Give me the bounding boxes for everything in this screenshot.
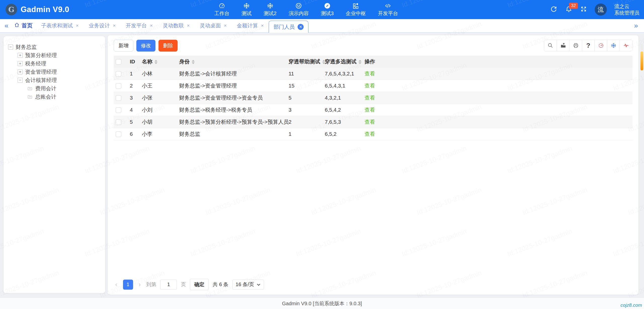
nav-label: 工作台 [214,10,229,17]
nav-label: 企业中枢 [346,10,366,17]
notifications-bell-icon[interactable]: 32 [565,5,573,14]
row-checkbox[interactable] [116,95,121,101]
add-button[interactable]: 新增 [114,40,133,52]
sort-icon [192,60,195,64]
goto-prefix-label: 到第 [146,281,156,288]
tab-label: 灵动桌面 [200,22,221,29]
toolbar: 新增 修改 删除 ? [108,35,638,55]
expand-icon[interactable]: + [18,61,23,66]
scrollbar-thumb[interactable] [640,51,643,70]
tab-home[interactable]: 首页 [14,22,33,29]
tab-label: 金额计算 [237,22,258,29]
print-icon[interactable] [569,40,582,51]
tree-node[interactable]: + 预算分析经理 [18,51,101,59]
cell-multi-test: 7,6,5,3 [323,116,363,128]
notification-badge: 32 [569,3,578,9]
col-name[interactable]: 名称 [140,56,177,68]
tab-close-icon[interactable]: × [76,23,79,28]
col-help-test[interactable]: 穿透帮助测试 [287,56,323,68]
nav-item-test3[interactable]: 测试3 [321,2,334,17]
goto-suffix-label: 页 [181,281,186,288]
tab-close-icon[interactable]: × [113,23,116,28]
tabs-scroll-right-icon[interactable]: » [629,22,642,29]
view-link[interactable]: 查看 [365,119,375,125]
tabs-scroll-left-icon[interactable]: « [0,22,13,29]
tab-close-icon[interactable]: × [150,23,153,28]
row-checkbox[interactable] [116,71,121,77]
refresh-icon[interactable] [550,5,557,14]
nav-item-dev-platform[interactable]: 开发平台 [378,2,398,17]
prev-page-icon[interactable]: ‹ [114,281,119,288]
tree-leaf[interactable]: 费用会计 [27,84,101,93]
tabbar: « 首页 子表求和测试× 业务设计× 开发平台× 灵动数联× 灵动桌面× 金额计… [0,19,644,33]
edit-button[interactable]: 修改 [136,40,155,52]
next-page-icon[interactable]: › [137,281,142,288]
tab-item[interactable]: 灵动桌面× [195,22,232,29]
goto-page-input[interactable] [160,280,177,290]
tree-leaf[interactable]: 总账会计 [27,93,101,101]
cell-name: 小林 [140,68,177,80]
cell-id: 2 [128,80,140,92]
row-checkbox[interactable] [116,83,121,89]
tree-node[interactable]: + 税务经理 [18,59,101,68]
tree-node[interactable]: + 资金管理经理 [18,68,101,76]
snowflake-icon[interactable] [607,40,620,51]
expand-icon[interactable]: + [18,69,23,74]
page-size-select[interactable]: 16 条/页 [232,280,264,290]
cell-multi-test: 6,5,2 [323,128,363,140]
department-table: ID 名称 身份 穿透帮助测试 穿透多选测试 操作 1 小林 财务总监->会计核… [114,56,632,140]
tree-leaf-label: 费用会计 [35,85,56,92]
page-number-button[interactable]: 1 [123,280,133,290]
nav-item-enterprise-hub[interactable]: 企业中枢 [346,2,366,17]
nav-item-workbench[interactable]: 工作台 [214,2,229,17]
view-link[interactable]: 查看 [365,95,375,101]
tab-close-icon[interactable]: ✕ [298,24,304,30]
meter-icon[interactable] [594,40,607,51]
select-all-checkbox[interactable] [116,59,121,65]
export-icon[interactable] [557,40,569,51]
view-link[interactable]: 查看 [365,71,375,76]
topbar: Id:12025-10-27gadminId:12025-10-27gadmin… [0,0,644,19]
cell-name: 小王 [140,80,177,92]
cell-id: 4 [128,104,140,116]
tab-item[interactable]: 子表求和测试× [36,22,84,29]
tree-node-root[interactable]: − 财务总监 [8,43,101,51]
main-panel: 新增 修改 删除 ? [108,35,638,295]
view-link[interactable]: 查看 [365,107,375,113]
tab-close-icon[interactable]: × [224,23,227,28]
avatar[interactable]: 流 [595,4,607,16]
topbar-right: 32 流 流之云 系统管理员 [550,0,639,19]
collapse-icon[interactable]: − [8,45,13,50]
tab-item-active[interactable]: 部门人员✕ [269,21,308,33]
tab-close-icon[interactable]: × [187,23,190,28]
nav-item-demo-content[interactable]: 演示内容 [289,2,309,17]
search-icon[interactable] [544,40,557,51]
row-checkbox[interactable] [116,107,121,113]
view-link[interactable]: 查看 [365,131,375,137]
row-checkbox[interactable] [116,119,121,125]
snowflake-icon [243,2,250,9]
pulse-icon[interactable] [620,40,632,51]
tab-close-icon[interactable]: × [261,23,264,28]
col-identity[interactable]: 身份 [177,56,287,68]
help-icon[interactable]: ? [582,40,594,51]
nav-item-test2[interactable]: 测试2 [264,2,276,17]
cell-identity: 财务总监->资金管理经理 [177,80,287,92]
collapse-icon[interactable]: − [18,78,23,83]
delete-button[interactable]: 删除 [158,40,178,52]
expand-icon[interactable]: + [18,53,23,58]
nav-item-test[interactable]: 测试 [242,2,252,17]
tab-item[interactable]: 灵动数联× [158,22,195,29]
tab-item[interactable]: 开发平台× [121,22,158,29]
tab-item[interactable]: 业务设计× [84,22,121,29]
view-link[interactable]: 查看 [365,83,375,89]
col-multi-test[interactable]: 穿透多选测试 [323,56,363,68]
col-id[interactable]: ID [128,56,140,68]
tree-node[interactable]: − 会计核算经理 [18,76,101,84]
tab-item[interactable]: 金额计算× [232,22,269,29]
fullscreen-icon[interactable] [580,6,587,14]
user-info[interactable]: 流之云 系统管理员 [614,3,639,16]
confirm-button[interactable]: 确定 [190,279,209,290]
tree-node-label: 资金管理经理 [25,68,57,75]
row-checkbox[interactable] [116,131,121,137]
